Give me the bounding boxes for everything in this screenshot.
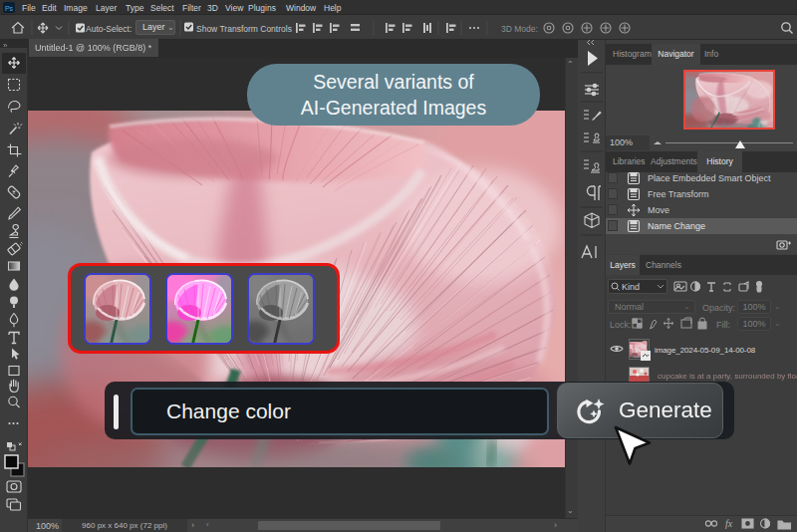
svg-text:Ps: Ps [5,4,14,11]
svg-text:fx: fx [725,518,733,529]
